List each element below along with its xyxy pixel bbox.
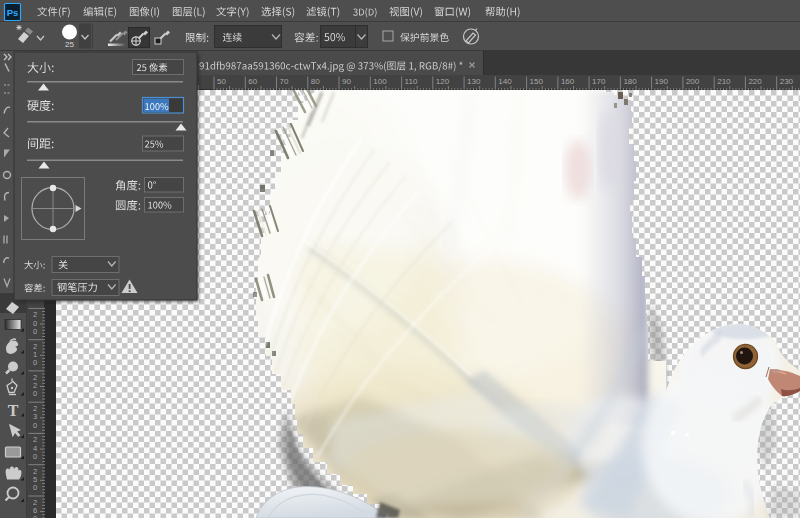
svg-text:150: 150 bbox=[530, 77, 544, 86]
svg-text:0: 0 bbox=[33, 421, 37, 430]
svg-text:0: 0 bbox=[33, 452, 37, 461]
svg-text:210: 210 bbox=[717, 77, 731, 86]
svg-text:230: 230 bbox=[780, 77, 794, 86]
svg-text:60: 60 bbox=[248, 77, 257, 86]
svg-text:200: 200 bbox=[686, 77, 700, 86]
svg-text:0: 0 bbox=[33, 358, 37, 367]
svg-text:130: 130 bbox=[467, 77, 481, 86]
svg-text:0: 0 bbox=[33, 514, 37, 518]
svg-text:T: T bbox=[8, 402, 19, 419]
svg-text:80: 80 bbox=[311, 77, 320, 86]
svg-text:25: 25 bbox=[65, 40, 74, 49]
svg-text:0: 0 bbox=[33, 389, 37, 398]
svg-text:120: 120 bbox=[436, 77, 450, 86]
svg-text:Ps: Ps bbox=[7, 7, 19, 18]
svg-text:50: 50 bbox=[217, 77, 226, 86]
svg-text:220: 220 bbox=[748, 77, 762, 86]
svg-text:180: 180 bbox=[623, 77, 637, 86]
svg-text:0: 0 bbox=[33, 327, 37, 336]
svg-text:0: 0 bbox=[33, 483, 37, 492]
svg-text:140: 140 bbox=[498, 77, 512, 86]
svg-text:70: 70 bbox=[280, 77, 289, 86]
svg-text:100: 100 bbox=[373, 77, 387, 86]
svg-text:160: 160 bbox=[561, 77, 575, 86]
svg-text:90: 90 bbox=[342, 77, 351, 86]
svg-text:110: 110 bbox=[405, 77, 418, 86]
svg-text:170: 170 bbox=[592, 77, 606, 86]
svg-text:190: 190 bbox=[655, 77, 669, 86]
